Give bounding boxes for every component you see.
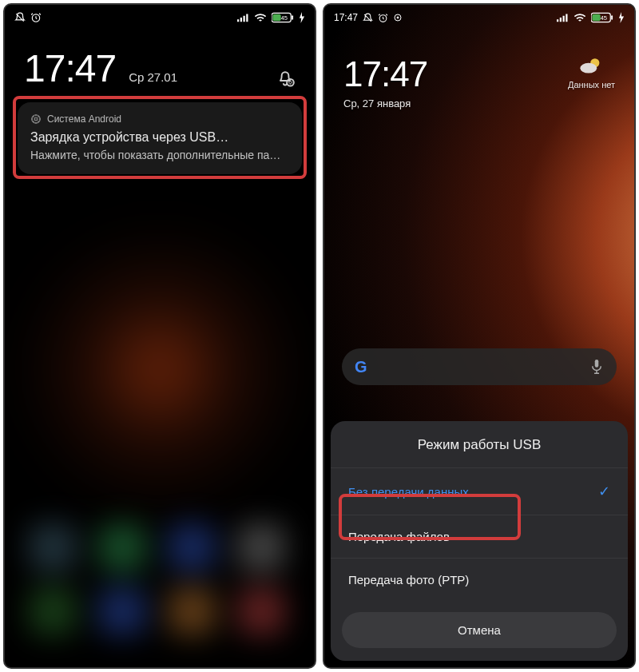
alarm-icon: [378, 13, 388, 23]
svg-rect-3: [244, 16, 245, 22]
alarm-icon: [30, 12, 42, 23]
check-icon: ✓: [598, 483, 610, 500]
usb-option-no-transfer[interactable]: Без передачи данных ✓: [331, 467, 628, 515]
svg-point-11: [34, 117, 38, 121]
svg-rect-7: [292, 15, 293, 20]
weather-icon: [578, 54, 604, 77]
dnd-icon: [363, 13, 373, 23]
lockscreen-time: 17:47: [24, 46, 116, 90]
signal-icon: [237, 13, 249, 22]
homescreen-clock: 17:47 Ср, 27 января Данных нет: [343, 54, 615, 109]
svg-rect-21: [611, 15, 613, 20]
notification-title: Зарядка устройства через USB…: [30, 130, 289, 145]
svg-rect-4: [246, 14, 248, 22]
svg-rect-25: [595, 360, 599, 368]
usb-option-file-transfer[interactable]: Передача файлов: [331, 515, 628, 558]
battery-icon: 45: [591, 12, 613, 23]
svg-rect-2: [240, 18, 242, 22]
sheet-title: Режим работы USB: [331, 437, 628, 453]
lockscreen-clock-row: 17:47 Ср 27.01: [5, 46, 315, 90]
weather-widget[interactable]: Данных нет: [568, 54, 615, 89]
svg-point-24: [581, 63, 597, 74]
statusbar: 45: [5, 5, 315, 30]
svg-rect-18: [566, 14, 567, 22]
svg-rect-6: [272, 14, 280, 21]
usb-option-ptp[interactable]: Передача фото (PTP): [331, 558, 628, 601]
battery-icon: 45: [272, 12, 294, 23]
google-logo-icon: G: [355, 358, 367, 376]
phone-right: 17:47 45: [323, 3, 636, 669]
notification-settings-icon[interactable]: [275, 70, 296, 90]
svg-text:45: 45: [281, 14, 288, 22]
google-search-bar[interactable]: G: [342, 348, 617, 385]
option-label: Передача фото (PTP): [348, 573, 469, 587]
weather-label: Данных нет: [568, 80, 615, 89]
blurred-app-grid: [5, 427, 315, 635]
mic-icon[interactable]: [589, 358, 604, 376]
lockscreen-date: Ср 27.01: [129, 70, 177, 84]
charging-icon: [618, 12, 625, 23]
dnd-icon: [14, 12, 26, 23]
wifi-icon: [574, 13, 586, 22]
notification-app-name: Система Android: [47, 113, 121, 125]
svg-rect-17: [563, 16, 565, 22]
wifi-icon: [254, 13, 267, 22]
notification-card[interactable]: Система Android Зарядка устройства через…: [18, 102, 302, 174]
option-label: Без передачи данных: [348, 485, 469, 499]
statusbar: 17:47 45: [324, 5, 634, 30]
statusbar-time: 17:47: [334, 12, 358, 23]
svg-point-14: [397, 17, 399, 18]
svg-rect-16: [560, 18, 562, 22]
charging-icon: [299, 12, 305, 23]
svg-text:45: 45: [601, 14, 607, 22]
svg-rect-20: [592, 14, 600, 21]
cancel-button[interactable]: Отмена: [342, 612, 617, 648]
phone-left: 45 17:47 Ср 27.01 Система Android Зарядк…: [3, 3, 316, 669]
svg-rect-1: [237, 19, 239, 22]
homescreen-time: 17:47: [343, 54, 427, 94]
option-label: Передача файлов: [348, 530, 450, 543]
notification-body: Нажмите, чтобы показать дополнительные п…: [30, 149, 289, 161]
homescreen-date: Ср, 27 января: [343, 97, 427, 109]
dot-icon: [393, 13, 403, 22]
svg-rect-15: [557, 19, 558, 22]
signal-icon: [557, 13, 569, 22]
usb-mode-sheet: Режим работы USB Без передачи данных ✓ П…: [331, 421, 628, 661]
android-system-icon: [30, 113, 42, 125]
